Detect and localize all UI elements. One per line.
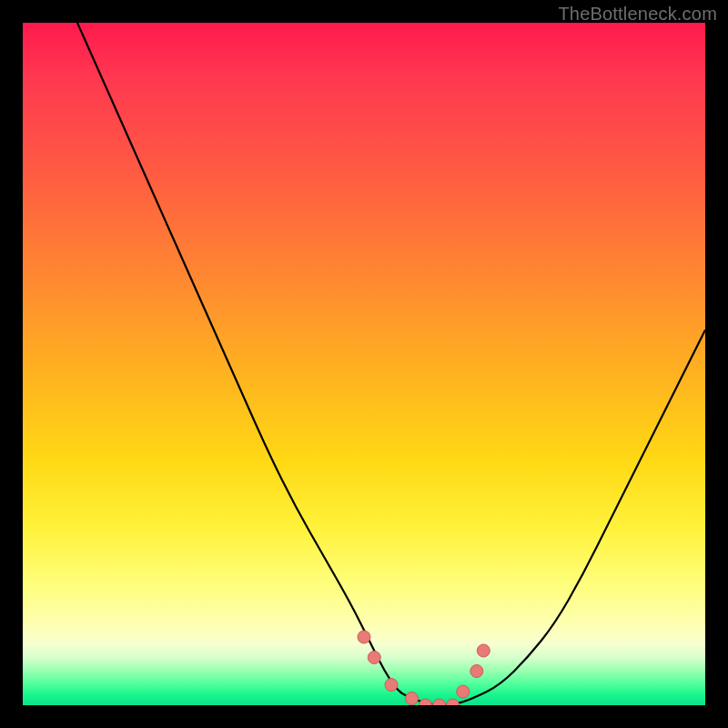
marker-point [433, 699, 446, 705]
chart-svg [23, 23, 705, 705]
marker-point [470, 665, 483, 678]
chart-frame: TheBottleneck.com [0, 0, 728, 728]
marker-point [477, 644, 490, 657]
highlight-markers [358, 631, 490, 705]
marker-point [447, 699, 460, 705]
marker-point [385, 679, 398, 692]
marker-point [406, 693, 419, 705]
plot-area [23, 23, 705, 705]
marker-point [358, 631, 370, 643]
marker-point [420, 699, 432, 705]
marker-point [457, 685, 470, 698]
marker-point [368, 652, 380, 664]
watermark-text: TheBottleneck.com [558, 4, 717, 25]
bottleneck-curve [77, 23, 705, 705]
